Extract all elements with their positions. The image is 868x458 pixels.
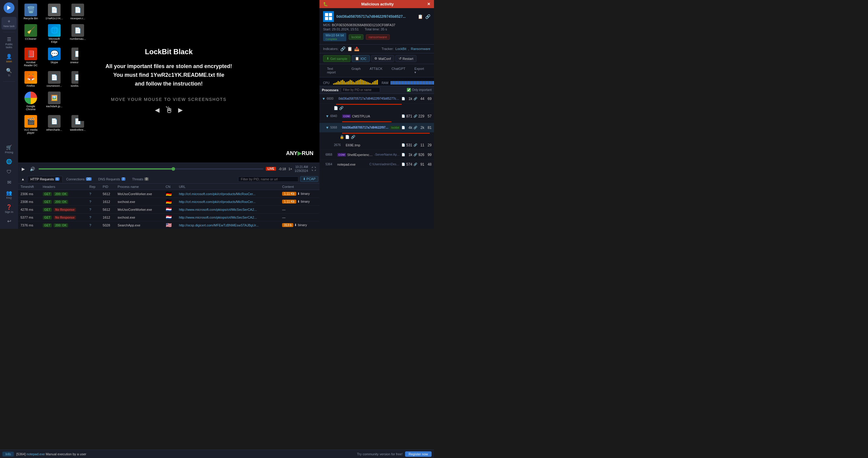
sidebar-item-public-tasks[interactable]: ☰ Public tasks <box>1 35 17 51</box>
desktop-icon-niceopen[interactable]: 📄 niceopen.r... <box>67 2 88 21</box>
desktop-icon-chrome[interactable]: Google Chrome <box>21 90 41 112</box>
proc-lock-icon[interactable]: 🔒 <box>340 135 344 139</box>
sidebar-item-shield[interactable]: 🛡 <box>1 167 17 176</box>
svg-rect-3 <box>325 17 328 20</box>
table-row[interactable]: 4278 ms GET No Response ? 5612 MoUsoCore… <box>18 206 319 214</box>
collapse-button[interactable]: ▲ <box>19 176 27 182</box>
mail-icon: ✉ <box>7 179 11 185</box>
tab-attck[interactable]: ATT&CK <box>366 65 387 76</box>
firefox-icon: 🦊 <box>24 71 37 84</box>
process-item-5068[interactable]: ▼ 5068 0dd36a058705717a7d84622f9745b8527… <box>319 123 434 132</box>
expand-icon[interactable]: ▼ <box>326 114 329 118</box>
proc-pid: 6600 <box>327 97 337 100</box>
file-stat-icon: 📄 <box>401 163 405 166</box>
next-arrow[interactable]: ▶ <box>178 106 183 113</box>
video-controls: ▶ 🔊 LIVE -0:18 1× 10:21 AM1/29/2024 ⛶ <box>18 163 319 175</box>
desktop-icon-coursesoct[interactable]: 📄 coursesoct... <box>44 70 64 89</box>
restart-icon: ↺ <box>399 57 401 61</box>
malconf-button[interactable]: ⚙ MalConf <box>371 55 394 62</box>
desktop-icon-vlc[interactable]: 🎬 VLC media player <box>21 114 41 135</box>
sidebar-item-new-task[interactable]: + New task <box>1 17 17 30</box>
tab-threats[interactable]: Threats 0 <box>129 176 152 182</box>
proc-file-icon[interactable]: 📄 <box>334 106 338 110</box>
col-headers: Headers <box>40 184 87 190</box>
sidebar-item-signin[interactable]: ↩ <box>1 217 17 226</box>
ram-bars <box>391 78 434 85</box>
tag-lockbit[interactable]: lockbit <box>349 34 364 40</box>
desktop-icon-recycle[interactable]: 🗑️ Recycle Bin <box>21 2 41 21</box>
net-stat-icon: 🔗 <box>413 126 417 129</box>
table-row[interactable]: 2308 ms GET 200: OK ? 1612 svchost.exe 🇩… <box>18 198 319 206</box>
expand-icon[interactable]: ▼ <box>326 126 329 130</box>
tag-ransomware[interactable]: ransomware <box>366 34 390 40</box>
desktop-icon-skype[interactable]: 💬 Skype <box>44 46 64 68</box>
table-row[interactable]: 2306 ms GET 200: OK ? 5612 MoUsoCoreWork… <box>18 190 319 198</box>
indicator-upload-icon[interactable]: 📤 <box>354 46 359 51</box>
recycle-bin-icon: 🗑️ <box>24 4 37 16</box>
desktop-icon-eachdark[interactable]: 🖼️ eachdark.jp... <box>44 90 64 112</box>
tab-http-requests[interactable]: HTTP Requests 6 <box>27 176 63 183</box>
sidebar-item-ti[interactable]: 🔍 TI <box>1 66 17 79</box>
desktop-icon-edge[interactable]: 🌐 Microsoft Edge <box>44 23 64 44</box>
only-important-checkbox[interactable] <box>407 88 411 92</box>
network-filter-input[interactable] <box>238 176 299 182</box>
close-icon[interactable]: ✕ <box>427 2 430 6</box>
table-row[interactable]: 5377 ms GET No Response ? 1612 svchost.e… <box>18 214 319 221</box>
proc-file-icon[interactable]: 📄 <box>345 135 350 139</box>
contacts-icon: 👥 <box>6 190 12 196</box>
sidebar-item-pricing[interactable]: 🛒 Pricing <box>1 143 17 156</box>
desktop-icon-1ywrfile[interactable]: 📄 1YwR2c1YK... <box>44 2 64 21</box>
desktop-icon-ccleaner[interactable]: 🧹 CCleaner <box>21 23 41 44</box>
app-logo[interactable] <box>4 2 14 13</box>
process-item-6868[interactable]: 6868 COM ShellExperienceHost.exe -Server… <box>319 150 434 160</box>
sidebar-item-globe[interactable]: 🌐 <box>1 157 17 166</box>
tracker-link-ransomware[interactable]: Ransomware <box>411 47 430 51</box>
external-link-icon[interactable]: 🔗 <box>425 14 430 19</box>
pcap-button[interactable]: ⬇ PCAP <box>300 176 318 182</box>
proc-link-icon[interactable]: 🔗 <box>339 106 344 110</box>
tab-export[interactable]: Export ▾ <box>410 65 430 76</box>
ioc-button[interactable]: 📋 IOC <box>352 55 370 62</box>
anyrun-play-icon: ▶ <box>298 150 302 156</box>
indicators-row: Indicators: 🔗 📋 📤 Tracker: LockBit , Ran… <box>319 44 434 53</box>
speed-display: 1× <box>288 167 292 171</box>
play-button[interactable]: ▶ <box>21 166 26 172</box>
tab-chatgpt[interactable]: ChatGPT <box>388 65 409 76</box>
table-row[interactable]: 7376 ms GET 200: OK ? 5028 SearchApp.exe… <box>18 221 319 229</box>
sidebar-item-faq[interactable]: ❓ Sign In <box>1 202 17 215</box>
pid-filter-input[interactable] <box>341 87 380 93</box>
indicator-clipboard-icon[interactable]: 📋 <box>347 46 352 51</box>
tab-text-report[interactable]: Text report <box>323 65 346 76</box>
indicator-link-icon[interactable]: 🔗 <box>340 46 345 51</box>
proc-name: ShellExperienceHost.exe <box>347 153 373 157</box>
process-item[interactable]: ▼ 6940 COM CMSTPLUA 📄871 🔗229 57 <box>319 111 434 121</box>
cell-rep: ? <box>87 214 100 221</box>
malconf-icon: ⚙ <box>374 57 377 61</box>
desktop-icon-ethercharle[interactable]: 📄 ethercharle... <box>44 114 64 135</box>
copy-icon[interactable]: 📋 <box>418 14 423 19</box>
tab-graph[interactable]: Graph <box>347 65 365 76</box>
sidebar-item-mail[interactable]: ✉ <box>1 178 17 187</box>
sidebar-item-soon[interactable]: 👤 soon <box>1 52 17 65</box>
tab-connections[interactable]: Connections 20 <box>63 176 95 182</box>
volume-button[interactable]: 🔊 <box>29 166 36 172</box>
prev-arrow[interactable]: ◀ <box>155 106 159 113</box>
chrome-icon <box>24 92 37 104</box>
restart-button[interactable]: ↺ Restart <box>396 55 416 62</box>
cell-method: GET No Response <box>40 214 87 221</box>
anyrun-logo: ANY▶RUN <box>286 150 313 157</box>
sidebar-item-contacts[interactable]: 👥 FAQ <box>1 188 17 201</box>
desktop-icon-firefox[interactable]: 🦊 Firefox <box>21 70 41 89</box>
process-item-5364[interactable]: 5364 notepad.exe C:\Users\admin\Desktop\… <box>319 160 434 169</box>
tracker-link-lockbit[interactable]: LockBit <box>396 47 406 51</box>
expand-icon[interactable]: ▼ <box>322 97 326 101</box>
fullscreen-button[interactable]: ⛶ <box>310 166 317 172</box>
get-sample-button[interactable]: ⬇ Get sample <box>323 55 350 62</box>
tab-dns-requests[interactable]: DNS Requests 7 <box>95 176 128 182</box>
proc-link-icon[interactable]: 🔗 <box>351 135 355 139</box>
progress-bar[interactable] <box>38 168 264 169</box>
process-item-2676[interactable]: 2676 E69E.tmp 📄531 🔗11 29 <box>319 140 434 150</box>
process-item[interactable]: ▼ 6600 0dd36a058705717a7d84622f9745b8527… <box>319 94 434 104</box>
desktop-icon-acrobat[interactable]: 📕 Acrobat Reader DC <box>21 46 41 68</box>
cell-content: 1.11 Kb ⬇ binary <box>280 198 319 206</box>
